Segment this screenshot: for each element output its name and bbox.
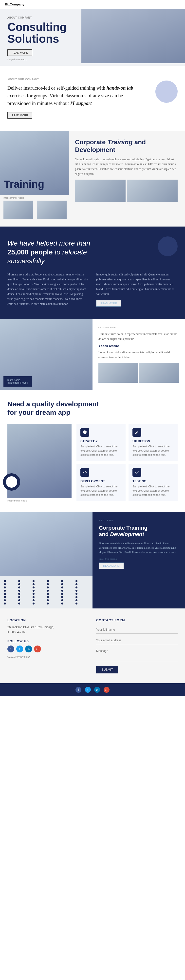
navbar: BizCompany — [0, 0, 185, 9]
dot-pattern-item — [33, 580, 35, 582]
hero-title: ConsultingSolutions — [7, 21, 66, 45]
dot-pattern-item — [4, 599, 6, 601]
helped-col1-text: Id ornare arcu odio ut. Posuere at ut et… — [7, 272, 89, 307]
training-small-images — [0, 199, 69, 219]
consulting-img-1 — [98, 363, 138, 383]
footer-twitter-icon[interactable]: t — [85, 687, 91, 693]
footer-linkedin-icon[interactable]: in — [94, 687, 100, 693]
app-section: Need a quality developmentfor your dream… — [0, 390, 185, 512]
app-cards-grid: STRATEGY Sample text. Click to select th… — [76, 424, 178, 501]
training-small-image-2 — [37, 200, 66, 219]
consulting-overlay-text: Team NameImage from Freepik — [7, 379, 28, 384]
location-heading: LOCATION — [7, 618, 89, 622]
decorative-circle-2 — [158, 236, 178, 256]
consulting-images — [98, 363, 179, 383]
app-card-development-title: DEVELOPMENT — [81, 479, 122, 483]
dot-pattern-item — [76, 587, 77, 589]
dot-pattern-item — [18, 599, 20, 601]
dot-pattern-item — [18, 587, 20, 589]
privacy-policy-link[interactable]: ©2021 Privacy policy — [7, 655, 89, 658]
dot-pattern-item — [76, 590, 77, 592]
consulting-label: CONSULTING — [98, 326, 179, 329]
google-plus-icon[interactable]: g+ — [34, 646, 41, 652]
consulting-image: Team NameImage from Freepik — [0, 319, 93, 390]
consulting-section: Team NameImage from Freepik CONSULTING D… — [0, 319, 185, 390]
training-body: Sed odio morbi quis commodo odio aenean … — [75, 157, 178, 177]
dot-pattern-item — [76, 580, 77, 582]
training-photos — [75, 180, 178, 202]
hero-read-more-button[interactable]: READ MORE — [7, 49, 32, 56]
dot-pattern-item — [76, 599, 77, 601]
helped-section: We have helped more than 25,000 people t… — [0, 226, 185, 319]
consulting-body: Duis aute irure dolor in reprehenderit i… — [98, 332, 179, 342]
about-caption: Image from Freepik — [99, 558, 179, 560]
helped-read-more-button[interactable]: READ MORE — [96, 300, 121, 307]
deliver-read-more-button[interactable]: READ MORE — [7, 112, 32, 119]
linkedin-icon[interactable]: in — [25, 646, 32, 652]
hero-image-inner — [81, 9, 185, 63]
app-left: Image from Freepik — [7, 424, 71, 502]
about-heading: Corporate Trainingand Development — [99, 525, 179, 538]
dot-pattern-item — [47, 587, 49, 589]
hero-label: ABOUT COMPANY — [7, 16, 66, 19]
dot-pattern-item — [61, 596, 63, 598]
dot-pattern-item — [61, 590, 63, 592]
contact-email-input[interactable] — [96, 636, 178, 644]
dot-pattern-item — [18, 603, 20, 605]
social-icons: f t in g+ — [7, 646, 89, 652]
dot-pattern-item — [76, 603, 77, 605]
dot-pattern-item — [33, 603, 35, 605]
deliver-label: ABOUT OUR COMPANY — [7, 78, 178, 81]
training-right-col: Corporate Training and Development Sed o… — [69, 131, 185, 219]
dot-pattern-item — [4, 583, 6, 585]
footer-address: 26 Jackson Blvd Ste 1020 Chicago,IL 6060… — [7, 625, 89, 635]
consulting-right-col: CONSULTING Duis aute irure dolor in repr… — [93, 319, 185, 390]
app-image-caption: Image from Freepik — [7, 500, 71, 502]
contact-name-input[interactable] — [96, 626, 178, 634]
dot-pattern-item — [47, 593, 49, 595]
app-grid: Image from Freepik STRATEGY Sample text.… — [7, 424, 178, 502]
dot-pattern-item — [61, 603, 63, 605]
twitter-icon[interactable]: t — [16, 646, 23, 652]
footer-top: LOCATION 26 Jackson Blvd Ste 1020 Chicag… — [0, 608, 185, 683]
dot-pattern-item — [76, 596, 77, 598]
about-section: ABOUT US Corporate Trainingand Developme… — [0, 512, 185, 608]
dot-pattern-item — [47, 580, 49, 582]
helped-col2-text: Integer quis auctor elit sed vulputate m… — [96, 272, 178, 297]
app-card-uxdesign-text: Sample text. Click to select the text bo… — [133, 444, 174, 457]
deliver-section: ABOUT OUR COMPANY Deliver instructor-led… — [0, 66, 185, 131]
dot-pattern-item — [4, 590, 6, 592]
app-heading: Need a quality developmentfor your dream… — [7, 400, 101, 417]
helped-col-2: Integer quis auctor elit sed vulputate m… — [96, 272, 178, 307]
logo: BizCompany — [5, 2, 24, 6]
app-card-strategy: STRATEGY Sample text. Click to select th… — [76, 424, 126, 461]
deliver-body: Deliver instructor-led or self-guided tr… — [7, 84, 136, 107]
dot-pattern-item — [47, 596, 49, 598]
dot-pattern-item — [33, 583, 35, 585]
footer-googleplus-icon[interactable]: g+ — [104, 687, 109, 693]
about-dots-pattern — [0, 576, 93, 608]
dot-pattern-item — [47, 599, 49, 601]
app-card-testing-text: Sample text. Click to select the text bo… — [133, 484, 174, 497]
contact-submit-button[interactable]: SUBMIT — [96, 666, 118, 673]
helped-columns: Id ornare arcu odio ut. Posuere at ut et… — [7, 272, 178, 307]
app-card-strategy-title: STRATEGY — [81, 439, 122, 443]
facebook-icon[interactable]: f — [7, 646, 14, 652]
dot-pattern-item — [61, 583, 63, 585]
hero-image-caption: Image from Freepik — [7, 58, 66, 61]
training-grid: Training Images from Freepik Corporate T… — [0, 131, 185, 219]
decorative-circle — [155, 81, 178, 103]
consulting-p2: Lorem ipsum dolor sit amet consectetur a… — [98, 350, 179, 360]
follow-us-block: FOLLOW US f t in g+ ©2021 Privacy policy — [7, 640, 89, 658]
strategy-icon — [81, 428, 89, 437]
contact-message-input[interactable] — [96, 647, 178, 662]
dot-pattern-item — [18, 593, 20, 595]
about-label: ABOUT US — [99, 519, 179, 522]
app-card-testing: TESTING Sample text. Click to select the… — [128, 464, 178, 501]
about-body: Ut ornare arcu duis at mollis elementum.… — [99, 541, 179, 554]
app-card-testing-title: TESTING — [133, 479, 174, 483]
footer-facebook-icon[interactable]: f — [76, 687, 81, 693]
training-photo-2 — [127, 180, 178, 202]
dot-pattern-item — [61, 599, 63, 601]
about-read-more-button[interactable]: READ MORE — [99, 563, 124, 569]
